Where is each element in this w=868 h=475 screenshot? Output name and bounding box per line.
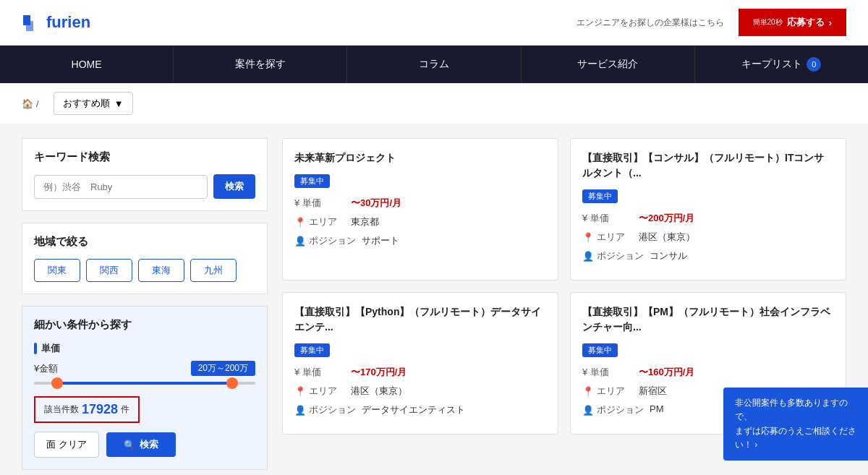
- nav-column[interactable]: コラム: [347, 46, 521, 82]
- search-input[interactable]: [34, 175, 208, 199]
- nav-home[interactable]: HOME: [0, 47, 174, 82]
- apply-arrow: ›: [829, 17, 832, 28]
- home-icon[interactable]: 🏠: [22, 98, 33, 109]
- region-kyushu[interactable]: 九州: [190, 259, 237, 282]
- job-area-1: 東京都: [351, 215, 379, 228]
- nav-keeplist[interactable]: キープリスト 0: [695, 46, 868, 83]
- job-position-label-3: 👤 ポジション: [294, 403, 356, 416]
- svg-rect-1: [26, 21, 33, 31]
- job-area-label-4: 📍 エリア: [582, 385, 633, 398]
- filter-action-row: 面 クリア 🔍 検索: [34, 432, 255, 458]
- job-price-value-4: 〜160万円/月: [639, 366, 694, 379]
- job-status-1: 募集中: [294, 174, 330, 188]
- result-count-box: 該当件数 17928 件: [34, 396, 140, 423]
- price-row: ¥金額 20万～200万: [34, 361, 255, 376]
- job-price-label-2: ¥ 単価: [582, 212, 633, 225]
- logo-text: furien: [46, 13, 90, 32]
- job-card-3[interactable]: 【直接取引】【Python】（フルリモート）データサイエンテ... 募集中 ¥ …: [282, 292, 558, 435]
- logo[interactable]: furien: [22, 12, 90, 33]
- sort-label: おすすめ順: [63, 97, 110, 110]
- keeplist-count: 0: [807, 57, 821, 72]
- job-position-4: PM: [650, 403, 664, 414]
- job-price-value-1: 〜30万円/月: [351, 197, 401, 210]
- header-right: エンジニアをお探しの企業様はこちら 簡単20秒 応募する ›: [576, 9, 846, 36]
- job-price-row-3: ¥ 単価 〜170万円/月: [294, 366, 546, 379]
- apply-label: 応募する: [787, 16, 825, 29]
- job-price-label-3: ¥ 単価: [294, 366, 345, 379]
- result-unit: 件: [121, 403, 129, 416]
- job-card-2[interactable]: 【直接取引】【コンサル】（フルリモート）ITコンサルタント（... 募集中 ¥ …: [570, 138, 846, 281]
- floating-line2: まずは応募のうえご相談ください！ ›: [735, 424, 856, 452]
- main-nav: HOME 案件を探す コラム サービス紹介 キープリスト 0: [0, 46, 868, 83]
- region-buttons: 関東 関西 東海 九州: [34, 259, 255, 282]
- slider-thumb-right[interactable]: [226, 377, 238, 389]
- job-status-4: 募集中: [582, 343, 618, 357]
- job-status-3: 募集中: [294, 343, 330, 357]
- job-price-value-3: 〜170万円/月: [351, 366, 407, 379]
- job-area-row-2: 📍 エリア 港区（東京）: [582, 231, 834, 244]
- price-yen-label: ¥金額: [34, 362, 58, 375]
- region-section: 地域で絞る 関東 関西 東海 九州: [22, 223, 268, 294]
- price-slider-track[interactable]: [34, 382, 255, 385]
- job-position-row-2: 👤 ポジション コンサル: [582, 249, 834, 262]
- result-count-area: 該当件数 17928 件: [34, 396, 255, 432]
- filter-title: 細かい条件から探す: [34, 318, 255, 332]
- keyword-search-button[interactable]: 検索: [213, 174, 255, 199]
- job-area-label-2: 📍 エリア: [582, 231, 633, 244]
- keeplist-label: キープリスト: [741, 58, 802, 71]
- filter-search-icon: 🔍: [124, 440, 135, 450]
- keyword-section: キーワード検索 検索: [22, 138, 268, 211]
- job-area-label-3: 📍 エリア: [294, 385, 345, 398]
- floating-notice[interactable]: 非公開案件も多数ありますので、 まずは応募のうえご相談ください！ ›: [723, 388, 868, 461]
- job-area-row-3: 📍 エリア 港区（東京）: [294, 385, 546, 398]
- breadcrumb: 🏠 /: [22, 98, 39, 109]
- job-area-label-1: 📍 エリア: [294, 215, 345, 228]
- job-card-1[interactable]: 未来革新プロジェクト 募集中 ¥ 単価 〜30万円/月 📍 エリア 東京都 👤 …: [282, 138, 558, 281]
- job-position-3: データサイエンティスト: [362, 403, 465, 416]
- sort-arrow: ▼: [114, 98, 124, 109]
- job-price-value-2: 〜200万円/月: [639, 212, 694, 225]
- region-tokai[interactable]: 東海: [138, 259, 184, 282]
- job-area-2: 港区（東京）: [639, 231, 695, 244]
- breadcrumb-sep: /: [36, 98, 39, 109]
- job-area-4: 新宿区: [639, 385, 667, 398]
- sort-dropdown[interactable]: おすすめ順 ▼: [54, 92, 133, 115]
- search-input-row: 検索: [34, 174, 255, 199]
- topbar: 🏠 / おすすめ順 ▼: [0, 83, 868, 124]
- result-label: 該当件数: [44, 403, 79, 416]
- apply-small: 簡単20秒: [753, 17, 783, 27]
- clear-label: クリア: [59, 438, 87, 451]
- result-num: 17928: [82, 402, 118, 417]
- sidebar: キーワード検索 検索 地域で絞る 関東 関西 東海 九州 細かい条件から探す 単…: [22, 138, 268, 470]
- region-kansai[interactable]: 関西: [86, 259, 132, 282]
- nav-find[interactable]: 案件を探す: [174, 46, 347, 82]
- job-position-label-4: 👤 ポジション: [582, 403, 644, 416]
- job-position-label-2: 👤 ポジション: [582, 249, 644, 262]
- floating-line1: 非公開案件も多数ありますので、: [735, 396, 856, 424]
- job-area-3: 港区（東京）: [351, 385, 407, 398]
- job-price-row-2: ¥ 単価 〜200万円/月: [582, 212, 834, 225]
- job-position-row-1: 👤 ポジション サポート: [294, 234, 546, 247]
- filter-search-label: 検索: [140, 438, 158, 451]
- job-price-label-1: ¥ 単価: [294, 197, 345, 210]
- job-price-row-1: ¥ 単価 〜30万円/月: [294, 197, 546, 210]
- price-subsection-title: 単価: [34, 342, 255, 355]
- filter-search-button[interactable]: 🔍 検索: [106, 432, 176, 457]
- nav-service[interactable]: サービス紹介: [522, 46, 695, 82]
- job-title-2: 【直接取引】【コンサル】（フルリモート）ITコンサルタント（...: [582, 150, 834, 181]
- price-range-badge: 20万～200万: [191, 361, 255, 376]
- job-position-row-3: 👤 ポジション データサイエンティスト: [294, 403, 546, 416]
- slider-thumb-left[interactable]: [51, 377, 63, 389]
- job-area-row-1: 📍 エリア 東京都: [294, 215, 546, 228]
- region-kanto[interactable]: 関東: [34, 259, 80, 282]
- job-position-2: コンサル: [650, 249, 687, 262]
- job-price-label-4: ¥ 単価: [582, 366, 633, 379]
- header: furien エンジニアをお探しの企業様はこちら 簡単20秒 応募する ›: [0, 0, 868, 46]
- logo-icon: [22, 12, 42, 33]
- clear-button[interactable]: 面 クリア: [34, 432, 99, 458]
- clear-icon: 面: [46, 438, 56, 451]
- company-link-text[interactable]: エンジニアをお探しの企業様はこちら: [576, 17, 724, 29]
- apply-button[interactable]: 簡単20秒 応募する ›: [739, 9, 846, 36]
- job-position-1: サポート: [362, 234, 399, 247]
- region-title: 地域で絞る: [34, 235, 255, 249]
